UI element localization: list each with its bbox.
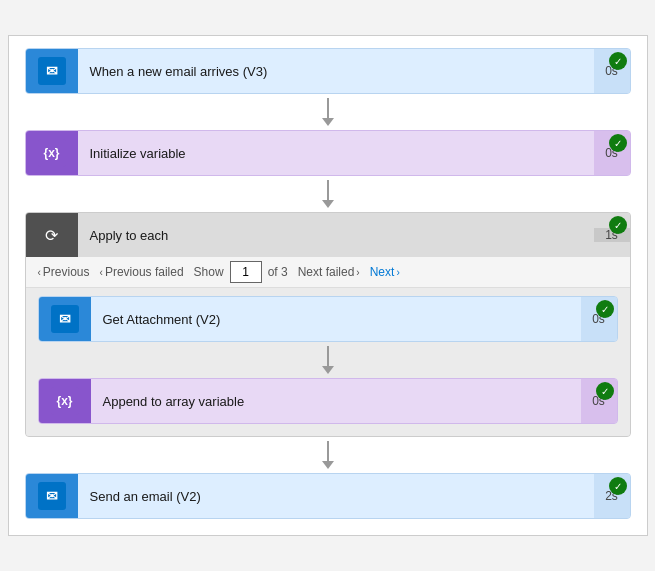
apply-each-check: ✓ bbox=[609, 216, 627, 234]
append-var-wrapper: {x} Append to array variable 0s ✓ bbox=[38, 378, 618, 424]
apply-each-container: ⟳ Apply to each 1s ✓ ‹ Previous ‹ Previo… bbox=[25, 212, 631, 437]
previous-failed-label: Previous failed bbox=[105, 265, 184, 279]
outlook-icon-3: ✉ bbox=[38, 482, 66, 510]
pagination-bar: ‹ Previous ‹ Previous failed Show of 3 N… bbox=[26, 257, 630, 288]
append-var-icon: {x} bbox=[39, 379, 91, 423]
arrow-line-3 bbox=[327, 441, 329, 461]
arrow-2 bbox=[322, 180, 334, 208]
get-attachment-label: Get Attachment (V2) bbox=[91, 297, 581, 341]
append-var-check: ✓ bbox=[596, 382, 614, 400]
var-icon-1: {x} bbox=[38, 139, 66, 167]
arrow-head-2 bbox=[322, 200, 334, 208]
outlook-icon-2: ✉ bbox=[51, 305, 79, 333]
append-var-step: {x} Append to array variable 0s bbox=[38, 378, 618, 424]
append-var-label: Append to array variable bbox=[91, 379, 581, 423]
next-label: Next bbox=[370, 265, 395, 279]
var-icon-2: {x} bbox=[51, 387, 79, 415]
trigger-step: ✉ When a new email arrives (V3) 0s bbox=[25, 48, 631, 94]
get-attachment-icon: ✉ bbox=[39, 297, 91, 341]
send-email-label: Send an email (V2) bbox=[78, 474, 594, 518]
arrow-line-2 bbox=[327, 180, 329, 200]
arrow-head bbox=[322, 118, 334, 126]
arrow-line-inner bbox=[327, 346, 329, 366]
arrow-1 bbox=[322, 98, 334, 126]
next-failed-label: Next failed bbox=[298, 265, 355, 279]
get-attachment-wrapper: ✉ Get Attachment (V2) 0s ✓ bbox=[38, 296, 618, 342]
apply-each-wrapper: ⟳ Apply to each 1s ✓ ‹ Previous ‹ Previo… bbox=[25, 212, 631, 437]
arrow-line bbox=[327, 98, 329, 118]
get-attachment-check: ✓ bbox=[596, 300, 614, 318]
outlook-icon: ✉ bbox=[38, 57, 66, 85]
send-email-wrapper: ✉ Send an email (V2) 2s ✓ bbox=[25, 473, 631, 519]
loop-icon: ⟳ bbox=[38, 221, 66, 249]
arrow-head-inner bbox=[322, 366, 334, 374]
next-failed-button[interactable]: Next failed › bbox=[294, 263, 364, 281]
get-attachment-step: ✉ Get Attachment (V2) 0s bbox=[38, 296, 618, 342]
init-var-check: ✓ bbox=[609, 134, 627, 152]
send-email-step: ✉ Send an email (V2) 2s bbox=[25, 473, 631, 519]
init-var-step-wrapper: {x} Initialize variable 0s ✓ bbox=[25, 130, 631, 176]
apply-each-label: Apply to each bbox=[78, 213, 594, 257]
next-chevron-icon: › bbox=[396, 267, 399, 278]
previous-button[interactable]: ‹ Previous bbox=[34, 263, 94, 281]
previous-label: Previous bbox=[43, 265, 90, 279]
prev-failed-chevron-icon: ‹ bbox=[100, 267, 103, 278]
apply-each-icon: ⟳ bbox=[26, 213, 78, 257]
trigger-check: ✓ bbox=[609, 52, 627, 70]
of-total: of 3 bbox=[268, 265, 288, 279]
arrow-3 bbox=[322, 441, 334, 469]
inner-steps: ✉ Get Attachment (V2) 0s ✓ bbox=[38, 296, 618, 424]
flow-container: ✉ When a new email arrives (V3) 0s ✓ {x}… bbox=[8, 35, 648, 536]
init-var-step: {x} Initialize variable 0s bbox=[25, 130, 631, 176]
prev-chevron-icon: ‹ bbox=[38, 267, 41, 278]
arrow-inner bbox=[322, 346, 334, 374]
send-email-check: ✓ bbox=[609, 477, 627, 495]
next-failed-chevron-icon: › bbox=[356, 267, 359, 278]
init-var-icon: {x} bbox=[26, 131, 78, 175]
next-button[interactable]: Next › bbox=[366, 263, 404, 281]
trigger-label: When a new email arrives (V3) bbox=[78, 49, 594, 93]
arrow-head-3 bbox=[322, 461, 334, 469]
apply-each-header: ⟳ Apply to each 1s bbox=[26, 213, 630, 257]
page-input[interactable] bbox=[230, 261, 262, 283]
trigger-icon: ✉ bbox=[26, 49, 78, 93]
show-label: Show bbox=[194, 265, 224, 279]
trigger-step-wrapper: ✉ When a new email arrives (V3) 0s ✓ bbox=[25, 48, 631, 94]
send-email-icon: ✉ bbox=[26, 474, 78, 518]
apply-each-body: ✉ Get Attachment (V2) 0s ✓ bbox=[26, 288, 630, 436]
init-var-label: Initialize variable bbox=[78, 131, 594, 175]
previous-failed-button[interactable]: ‹ Previous failed bbox=[96, 263, 188, 281]
